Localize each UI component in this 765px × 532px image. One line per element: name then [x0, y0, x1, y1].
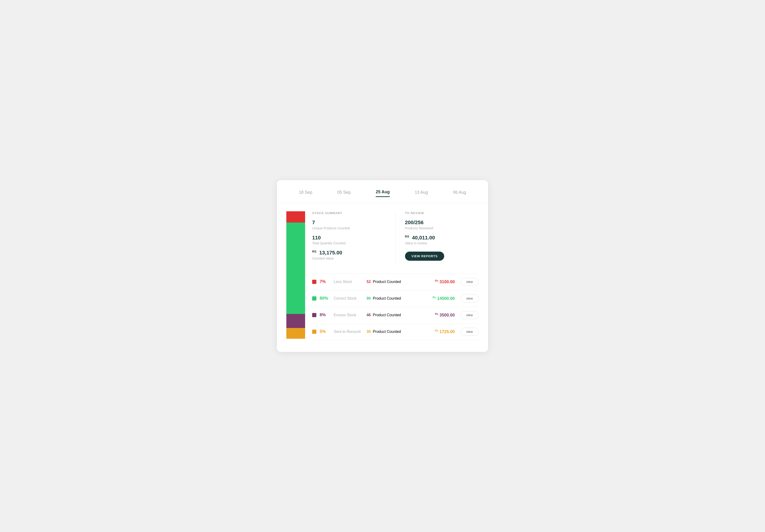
count-num: 90 — [367, 296, 371, 300]
count-num: 35 — [367, 330, 371, 334]
stock-label: Sent to Recount — [334, 330, 367, 334]
stock-row: 8% Excess Stock 46 Product Counted Rs 35… — [312, 307, 479, 324]
bar-segment — [286, 314, 305, 328]
row-currency: Rs — [435, 279, 438, 282]
date-tabs: 18 Sep 05 Sep 25 Aug 13 Aug 06 Aug — [277, 189, 488, 203]
tab-25aug[interactable]: 25 Aug — [376, 189, 389, 197]
stock-rows: 7% Less Stock 52 Product Counted Rs 3100… — [312, 273, 479, 340]
stock-count: 35 Product Counted — [367, 330, 417, 334]
stock-percent: 7% — [320, 279, 334, 284]
products-reviewed-value: 200/256 — [405, 219, 479, 226]
unique-products-block: 7 Unique Products Counted — [312, 219, 386, 230]
counted-value-block: RS 13,175.00 Counted Value — [312, 250, 386, 260]
counted-value-label: Counted Value — [312, 257, 386, 260]
stock-percent: 8% — [320, 313, 334, 317]
main-content: STOCK SUMMARY 7 Unique Products Counted … — [277, 211, 488, 340]
counted-currency: RS — [312, 250, 317, 253]
stock-label: Correct Stock — [334, 296, 367, 301]
stock-count: 90 Product Counted — [367, 296, 417, 301]
panels: STOCK SUMMARY 7 Unique Products Counted … — [312, 211, 479, 340]
value-in-review-label: Value in review — [405, 241, 479, 245]
products-reviewed-label: Products Reviewed — [405, 226, 479, 230]
stock-value: Rs 3500.00 — [417, 313, 455, 318]
unique-products-value: 7 — [312, 219, 386, 226]
tab-06aug[interactable]: 06 Aug — [453, 190, 466, 197]
view-button[interactable]: view — [460, 328, 479, 336]
bar-segment — [286, 211, 305, 222]
count-label: Product Counted — [373, 296, 401, 300]
stock-color-dot — [312, 280, 317, 284]
stock-value: Rs 1725.00 — [417, 329, 455, 334]
tab-05sep[interactable]: 05 Sep — [337, 190, 351, 197]
top-panels: STOCK SUMMARY 7 Unique Products Counted … — [312, 211, 479, 265]
stock-row: 7% Less Stock 52 Product Counted Rs 3100… — [312, 273, 479, 290]
count-label: Product Counted — [373, 330, 401, 334]
total-quantity-label: Total Quantity Counted — [312, 241, 386, 245]
products-reviewed-block: 200/256 Products Reviewed — [405, 219, 479, 230]
total-quantity-block: 110 Total Quantity Counted — [312, 235, 386, 245]
stock-summary-panel: STOCK SUMMARY 7 Unique Products Counted … — [312, 211, 395, 265]
stock-color-dot — [312, 330, 317, 334]
tab-18sep[interactable]: 18 Sep — [299, 190, 312, 197]
tab-13aug[interactable]: 13 Aug — [415, 190, 428, 197]
value-in-review: RS 40,011.00 — [405, 235, 479, 241]
view-button[interactable]: view — [460, 311, 479, 319]
view-button[interactable]: view — [460, 278, 479, 286]
stock-color-dot — [312, 313, 317, 317]
to-review-title: TO REVIEW — [405, 211, 479, 215]
review-currency: RS — [405, 235, 409, 238]
stock-count: 46 Product Counted — [367, 313, 417, 317]
count-label: Product Counted — [373, 280, 401, 284]
stock-color-dot — [312, 296, 317, 301]
row-currency: Rs — [433, 296, 436, 299]
count-num: 46 — [367, 313, 371, 317]
stock-percent: 5% — [320, 329, 334, 334]
stock-value: Rs 14500.00 — [417, 296, 455, 301]
stock-row: 5% Sent to Recount 35 Product Counted Rs… — [312, 324, 479, 340]
counted-value: RS 13,175.00 — [312, 250, 386, 256]
stock-label: Excess Stock — [334, 313, 367, 317]
count-label: Product Counted — [373, 313, 401, 317]
stock-row: 80% Correct Stock 90 Product Counted Rs … — [312, 290, 479, 307]
view-reports-button[interactable]: VIEW REPORTS — [405, 252, 444, 261]
main-card: 18 Sep 05 Sep 25 Aug 13 Aug 06 Aug STOCK… — [277, 180, 488, 352]
to-review-panel: TO REVIEW 200/256 Products Reviewed RS 4… — [395, 211, 479, 265]
counted-amount: 13,175.00 — [319, 250, 342, 256]
bar-segment — [286, 328, 305, 339]
bar-segment — [286, 222, 305, 314]
row-currency: Rs — [435, 329, 438, 332]
total-quantity-value: 110 — [312, 235, 386, 241]
bar-chart — [286, 211, 305, 340]
review-amount: 40,011.00 — [412, 235, 435, 241]
stock-value: Rs 3100.00 — [417, 279, 455, 284]
count-num: 52 — [367, 280, 371, 284]
stock-percent: 80% — [320, 296, 334, 301]
value-in-review-block: RS 40,011.00 Value in review — [405, 235, 479, 245]
row-currency: Rs — [435, 313, 438, 315]
view-button[interactable]: view — [460, 294, 479, 302]
unique-products-label: Unique Products Counted — [312, 226, 386, 230]
stock-summary-title: STOCK SUMMARY — [312, 211, 386, 215]
stock-label: Less Stock — [334, 280, 367, 284]
stock-count: 52 Product Counted — [367, 280, 417, 284]
